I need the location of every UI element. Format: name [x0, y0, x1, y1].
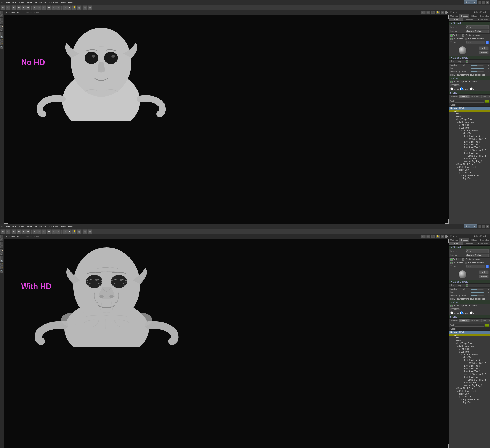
bottom-tool-rotate[interactable]: ↻ — [0, 238, 3, 242]
top-visible-checkbox[interactable] — [450, 34, 453, 36]
top-smart-radio-label[interactable]: Smart — [460, 87, 469, 91]
maximize-btn-top[interactable]: □ — [482, 1, 485, 4]
tab-effects-bottom[interactable]: Effects — [469, 238, 480, 242]
bottom-visible-checkbox[interactable] — [450, 258, 453, 261]
top-tree-lst4[interactable]: Left Small Toe 4 — [449, 135, 490, 138]
bottom-display-mode[interactable] — [445, 235, 448, 238]
top-hide-radio[interactable] — [470, 87, 473, 90]
toolbar-btn-4[interactable]: ⏹ — [17, 5, 21, 10]
bottom-menu-insert[interactable]: Insert — [26, 225, 33, 228]
toolbar-btn-18[interactable]: ▦ — [88, 5, 92, 10]
tab-modifiers-top[interactable]: Modifiers — [449, 14, 459, 18]
toolbar-btn-11[interactable]: ⊡ — [52, 5, 56, 10]
top-tree-pelvis[interactable]: Pelvis — [449, 115, 490, 118]
top-inst-tab-duplicate[interactable]: Duplicate — [470, 95, 481, 99]
tool-cut[interactable]: ✂ — [0, 32, 3, 35]
tab-shading-top[interactable]: Shading — [459, 14, 469, 18]
top-ctrl-btn-1[interactable]: 1:1 — [421, 11, 426, 14]
bottom-toolbar-btn-18[interactable]: ▦ — [88, 229, 92, 234]
subtab-actor-top[interactable]: Actor — [449, 18, 463, 21]
toolbar-btn-10[interactable]: ◼ — [47, 5, 51, 10]
bottom-general-section[interactable]: ▼ General — [449, 245, 490, 249]
bottom-toolbar-btn-7[interactable]: ⊕ — [32, 229, 37, 234]
top-hide-radio-label[interactable]: Hide — [470, 87, 477, 91]
bottom-tree-lthigh-twist[interactable]: ▶Left Thigh Twist — [449, 345, 490, 347]
top-shaders-value[interactable]: Face — [465, 41, 485, 44]
bottom-tree-ltoe[interactable]: ▶Left Toe — [449, 356, 490, 359]
toolbar-btn-17[interactable]: ▥ — [83, 5, 87, 10]
bottom-menu-view[interactable]: View — [19, 225, 24, 228]
bottom-ctrl-btn-1[interactable]: 1:1 — [421, 235, 426, 238]
top-tree-lst4-2[interactable]: ── Left Small Toe 4_2 — [449, 138, 490, 140]
toolbar-btn-14[interactable]: 🔲 — [67, 5, 71, 10]
toolbar-btn-1[interactable]: ↺ — [1, 5, 5, 10]
top-ctrl-btn-2[interactable]: ⊞ — [426, 11, 430, 14]
bottom-scene-tree[interactable]: Genesis 8 Male ─ Actor ▶Hip Pelvis ▶Left… — [449, 331, 490, 448]
top-tree-lst1b[interactable]: ── Left Small Toe 1_2 — [449, 154, 490, 157]
top-max-track[interactable] — [471, 68, 483, 69]
bottom-rendering-track[interactable] — [471, 295, 483, 296]
top-show-radio-label[interactable]: Show — [450, 87, 459, 91]
bottom-tree-lbt[interactable]: Left Big Toe — [449, 381, 490, 384]
top-tree-rthigh[interactable]: ▶Right Thigh Bend — [449, 163, 490, 166]
bottom-ctrl-btn-4[interactable]: 💡 — [436, 235, 440, 238]
tab-shading-bottom[interactable]: Shading — [459, 238, 469, 242]
toolbar-btn-15[interactable]: 💡 — [72, 5, 76, 10]
top-tree-hip[interactable]: ▶Hip — [449, 112, 490, 115]
bottom-tree-lst4-2[interactable]: ── Left Small Toe 4_2 — [449, 362, 490, 364]
bottom-toolbar-btn-5[interactable]: ⏮ — [21, 229, 26, 234]
bottom-hide-radio-label[interactable]: Hide — [470, 312, 477, 315]
top-receive-checkbox[interactable] — [465, 38, 467, 40]
bottom-tree-lst1b[interactable]: ── Left Small Toe 1_2 — [449, 379, 490, 381]
bottom-menu-web[interactable]: Web — [61, 225, 65, 228]
bottom-preset-btn[interactable]: Preset — [479, 275, 489, 278]
bottom-receive-checkbox[interactable] — [465, 262, 467, 264]
bottom-tree-lfoot[interactable]: ▶Left Foot — [449, 350, 490, 353]
bottom-tree-rfoot[interactable]: ▶Right Foot — [449, 395, 490, 398]
top-view-section[interactable]: ▼ View — [449, 76, 490, 80]
top-preset-btn[interactable]: Preset — [479, 51, 489, 54]
top-master-value[interactable]: Genesis 8 Male — [465, 30, 489, 33]
bottom-tree-lst4[interactable]: Left Small Toe 4 — [449, 359, 490, 362]
top-tree-rfoot[interactable]: ▶Right Foot — [449, 171, 490, 174]
top-inst-tab-instances[interactable]: Instances — [459, 95, 470, 99]
menu-windows[interactable]: Windows — [48, 1, 58, 4]
menu-animation[interactable]: Animation — [35, 1, 46, 4]
bottom-shader-color[interactable] — [486, 265, 489, 268]
bottom-genesis-section[interactable]: ▼ Genesis 8 Male — [449, 280, 490, 284]
bottom-tree-actor[interactable]: ─ Actor — [449, 334, 490, 336]
tab-effects-top[interactable]: Effects — [469, 14, 480, 18]
tab-controllers-bottom[interactable]: Controllers — [479, 238, 490, 242]
bottom-skinning-checkbox[interactable] — [450, 298, 453, 300]
toolbar-btn-5[interactable]: ⏮ — [21, 5, 26, 10]
tool-camera[interactable]: 📷 — [0, 35, 3, 38]
top-display-mode[interactable] — [445, 11, 448, 14]
bottom-tool-hand[interactable]: ✋ — [0, 266, 3, 269]
top-ctrl-btn-3[interactable]: 🎥 — [431, 11, 435, 14]
bottom-smart-radio[interactable] — [460, 312, 463, 314]
top-tree-lbt[interactable]: Left Big Toe — [449, 157, 490, 160]
bottom-tree-hip[interactable]: ▶Hip — [449, 336, 490, 339]
bottom-toolbar-btn-10[interactable]: ◼ — [47, 229, 51, 234]
bottom-inst-tab-instances[interactable]: Instances — [459, 319, 470, 322]
tool-zoom[interactable]: 🔍 — [0, 46, 3, 49]
top-find-input[interactable] — [455, 100, 484, 103]
tab-controllers-top[interactable]: Controllers — [479, 14, 490, 18]
bottom-show-object-checkbox[interactable] — [450, 304, 453, 307]
bottom-toolbar-btn-6[interactable]: ⏭ — [26, 229, 30, 234]
bottom-tool-select[interactable]: ↖ — [0, 235, 3, 238]
top-show-radio[interactable] — [450, 87, 453, 90]
bottom-ctrl-btn-2[interactable]: ⊞ — [426, 235, 430, 238]
toolbar-btn-16[interactable]: 📷 — [77, 5, 81, 10]
top-skinning-checkbox[interactable] — [450, 74, 453, 76]
tool-rotate[interactable]: ↻ — [0, 15, 3, 17]
menu-insert[interactable]: Insert — [26, 1, 33, 4]
bottom-tree-lst2-2[interactable]: ── Left Small Toe 2_2 — [449, 373, 490, 376]
menu-edit[interactable]: Edit — [12, 1, 17, 4]
bottom-toolbar-btn-17[interactable]: ▥ — [83, 229, 87, 234]
menu-file[interactable]: File — [6, 1, 10, 4]
bottom-tool-scale[interactable]: ⤡ — [0, 245, 3, 248]
bottom-toolbar-btn-14[interactable]: 🔲 — [67, 229, 71, 234]
bottom-tool-paint[interactable]: 🖌 — [0, 252, 3, 255]
top-name-value[interactable]: Actor — [465, 25, 489, 29]
